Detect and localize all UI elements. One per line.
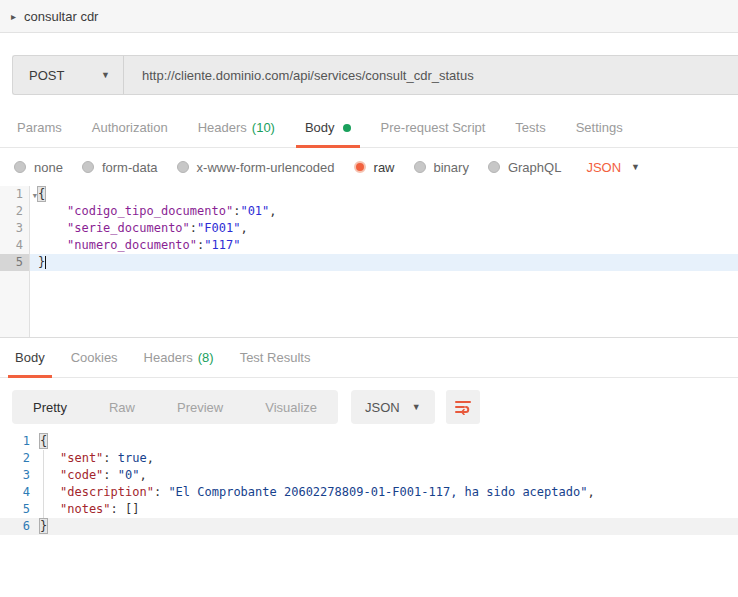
tab-tests[interactable]: Tests: [500, 108, 560, 147]
body-content-dot: [343, 124, 351, 132]
url-text: http://cliente.dominio.com/api/services/…: [142, 68, 474, 83]
tab-params[interactable]: Params: [2, 108, 77, 147]
chevron-down-icon: ▼: [631, 162, 640, 172]
tab-prerequest-script[interactable]: Pre-request Script: [366, 108, 501, 147]
mode-form-data-radio[interactable]: form-data: [82, 160, 158, 175]
response-body-viewer[interactable]: 1 { 2 "sent": true, 3 "code": "0", 4 "de…: [0, 433, 738, 535]
response-language-select[interactable]: JSON ▼: [351, 390, 435, 424]
tab-headers[interactable]: Headers (10): [183, 108, 290, 147]
editor-gutter: 1▼ 2 3 4 5: [0, 186, 30, 337]
radio-selected-icon: [354, 161, 366, 173]
tab-settings[interactable]: Settings: [561, 108, 638, 147]
response-line: 1 {: [0, 433, 738, 450]
tab-authorization[interactable]: Authorization: [77, 108, 183, 147]
mode-none-radio[interactable]: none: [14, 160, 63, 175]
view-raw-button[interactable]: Raw: [88, 390, 156, 424]
wrap-line-icon: [454, 399, 472, 415]
response-tabs: Body Cookies Headers (8) Test Results: [0, 338, 738, 378]
radio-icon: [414, 161, 426, 173]
code-line: {: [30, 186, 738, 203]
postman-request-view: { "colors": { "accent_orange": "#f2613e"…: [0, 0, 738, 597]
tab-body[interactable]: Body: [290, 108, 366, 147]
view-preview-button[interactable]: Preview: [156, 390, 244, 424]
view-visualize-button[interactable]: Visualize: [244, 390, 338, 424]
response-line: 5 "notes": []: [0, 501, 738, 518]
editor-content: { "codigo_tipo_documento":"01", "serie_d…: [30, 186, 738, 271]
code-line: "numero_documento":"117": [30, 237, 738, 254]
response-line: 2 "sent": true,: [0, 450, 738, 467]
mode-urlencoded-radio[interactable]: x-www-form-urlencoded: [177, 160, 335, 175]
request-tabs: Params Authorization Headers (10) Body P…: [0, 108, 738, 148]
headers-count-badge: (10): [252, 120, 275, 135]
response-tab-headers[interactable]: Headers (8): [131, 338, 227, 377]
radio-icon: [488, 161, 500, 173]
radio-icon: [177, 161, 189, 173]
mode-graphql-radio[interactable]: GraphQL: [488, 160, 561, 175]
request-title-bar[interactable]: ▸ consultar cdr: [0, 0, 738, 33]
raw-language-select[interactable]: JSON ▼: [586, 160, 640, 175]
url-input[interactable]: http://cliente.dominio.com/api/services/…: [124, 56, 738, 94]
url-bar: POST ▼ http://cliente.dominio.com/api/se…: [12, 55, 738, 95]
view-mode-switch: Pretty Raw Preview Visualize: [12, 390, 338, 424]
code-line: "codigo_tipo_documento":"01",: [30, 203, 738, 220]
chevron-down-icon: ▼: [101, 70, 110, 80]
text-cursor: [45, 256, 46, 269]
response-toolbar: Pretty Raw Preview Visualize JSON ▼: [12, 390, 738, 424]
collapse-arrow-icon[interactable]: ▸: [11, 11, 16, 22]
method-label: POST: [29, 68, 64, 83]
mode-raw-radio[interactable]: raw: [354, 160, 395, 175]
request-body-editor[interactable]: 1▼ 2 3 4 5 { "codigo_tipo_documento":"01…: [0, 186, 738, 338]
response-line: 6 }: [0, 518, 738, 535]
chevron-down-icon: ▼: [412, 402, 421, 412]
body-mode-row: none form-data x-www-form-urlencoded raw…: [0, 148, 738, 186]
wrap-line-button[interactable]: [446, 390, 480, 424]
view-pretty-button[interactable]: Pretty: [12, 390, 88, 424]
mode-binary-radio[interactable]: binary: [414, 160, 469, 175]
response-tab-body[interactable]: Body: [2, 338, 58, 377]
radio-icon: [82, 161, 94, 173]
code-line: "serie_documento":"F001",: [30, 220, 738, 237]
method-select[interactable]: POST ▼: [13, 56, 124, 94]
response-line: 3 "code": "0",: [0, 467, 738, 484]
response-line: 4 "description": "El Comprobante 2060227…: [0, 484, 738, 501]
response-headers-count-badge: (8): [198, 350, 214, 365]
request-name: consultar cdr: [24, 9, 98, 24]
response-tab-test-results[interactable]: Test Results: [227, 338, 324, 377]
radio-icon: [14, 161, 26, 173]
code-line-active: }: [30, 254, 738, 271]
response-tab-cookies[interactable]: Cookies: [58, 338, 131, 377]
